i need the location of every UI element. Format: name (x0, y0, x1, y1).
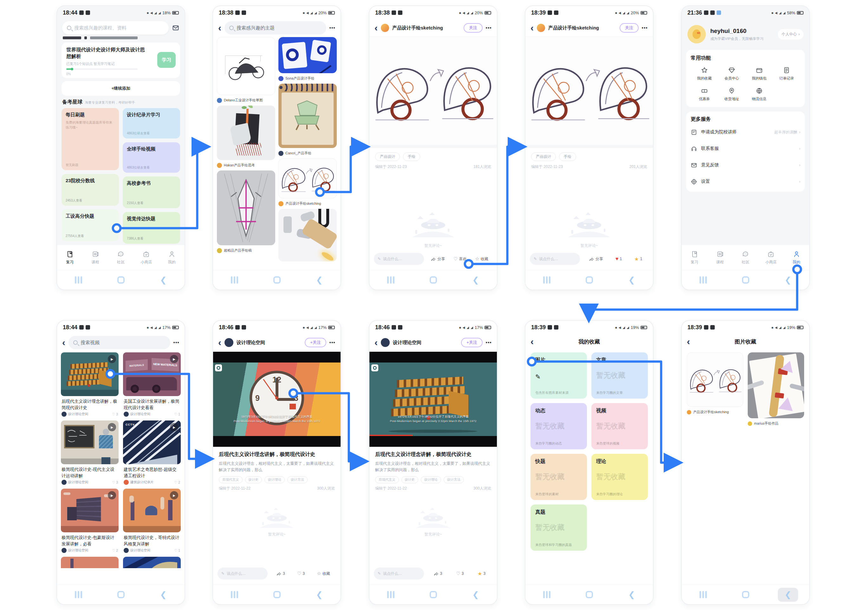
add-more-button[interactable]: +继续添加 (62, 81, 180, 96)
back-button[interactable]: ❮ (621, 588, 642, 602)
service-feedback[interactable]: 意见反馈› (691, 157, 800, 173)
video-thumbnail[interactable]: MATERIALS NEW MATERIALS ▶ (123, 352, 181, 396)
back-button[interactable]: ❮ (465, 588, 486, 602)
video-card[interactable]: ▶ 后现代主义设计理念讲解，极简现代设计史 设计理论空间♡3 (61, 352, 119, 417)
personal-center-button[interactable]: 个人中心› (778, 29, 803, 40)
home-button[interactable] (423, 273, 443, 287)
back-button[interactable]: ❮ (465, 273, 486, 287)
tab-courses[interactable]: 课程 (82, 245, 108, 270)
tab-review[interactable]: 复习 (682, 245, 707, 270)
share-button[interactable]: 分享 (589, 256, 603, 262)
back-button[interactable]: ❮ (309, 588, 330, 602)
follow-button[interactable]: 关注 (463, 23, 483, 33)
study-button[interactable]: 学习 (157, 52, 176, 68)
card-reference-books[interactable]: 高校参考书2150人查看 (123, 176, 180, 208)
video-card[interactable]: ▶ 极简现代设计史，哥特式设计风格复兴讲解 设计理论空间♡1 (123, 488, 181, 553)
tag[interactable]: 设计史 (402, 476, 419, 483)
favorite-button[interactable]: ☆收藏 (475, 256, 488, 262)
card-documentary[interactable]: 设计纪录片学习4863位研友查看 (123, 108, 180, 138)
video-thumbnail[interactable]: ▶ (123, 488, 181, 532)
search-input[interactable]: 搜索视频 (69, 336, 170, 349)
tab-mine[interactable]: 我的 (784, 245, 809, 270)
video-thumbnail[interactable]: CCTV-9 ▶ (123, 421, 181, 464)
back-button[interactable]: ❮ (153, 273, 174, 287)
favorite-image-item[interactable]: 产品设计手绘sketching (687, 352, 743, 415)
sketch-image[interactable] (525, 37, 653, 148)
result-label[interactable]: Delano工业设计手绘草图 (217, 97, 275, 103)
tag[interactable]: 后现代主义 (375, 476, 399, 483)
like-button[interactable]: ♡喜欢 (453, 256, 466, 262)
result-label[interactable]: 超精品产品手绘稿 (217, 248, 275, 254)
tab-shop[interactable]: 小商店 (758, 245, 784, 270)
heart-icon[interactable]: ♡ (112, 412, 115, 416)
card-score-lines[interactable]: 23院校分数线2453人查看 (62, 174, 119, 206)
video-card-partial[interactable] (123, 557, 181, 568)
home-button[interactable] (267, 588, 287, 602)
tag[interactable]: 手绘 (403, 153, 420, 161)
comment-input[interactable]: ✎说点什么… (218, 568, 268, 579)
follow-button[interactable]: +关注 (461, 338, 483, 347)
back-button[interactable]: ❮ (309, 273, 330, 287)
tab-mine[interactable]: 我的 (159, 245, 185, 270)
func-orders[interactable]: 订单记录 (773, 66, 800, 81)
more-icon[interactable]: ••• (642, 25, 648, 31)
func-coupons[interactable]: 优惠券 (691, 87, 718, 101)
heart-icon[interactable]: ♡ (174, 480, 177, 484)
home-button[interactable] (579, 588, 599, 602)
recents-button[interactable] (224, 273, 244, 287)
result-image-motorcycle[interactable] (217, 37, 275, 95)
heart-icon[interactable]: ♡ (112, 549, 115, 552)
home-button[interactable] (579, 273, 599, 287)
card-global-sketch-video[interactable]: 全球手绘视频4863位研友查看 (123, 142, 180, 173)
fav-category-images[interactable]: 图片 ✎ 包含所有图库素材来源 (531, 352, 587, 399)
like-button[interactable]: ♡3 (456, 571, 463, 576)
video-card[interactable]: MATERIALS NEW MATERIALS ▶ 美国工业设计发展讲解，极简现… (123, 352, 181, 417)
func-address[interactable]: 收货地址 (718, 87, 746, 101)
fav-category-exams[interactable]: 真题暂无收藏来自星球和学习圈的真题 (531, 505, 587, 551)
tab-shop[interactable]: 小商店 (134, 245, 159, 270)
tag[interactable]: 设计方法 (287, 476, 308, 483)
recents-button[interactable] (68, 273, 88, 287)
service-contact-support[interactable]: 联系客服› (691, 140, 800, 157)
user-avatar[interactable] (687, 25, 706, 43)
tab-review[interactable]: 复习 (57, 245, 82, 270)
video-player[interactable]: 1972年3月15日下午3时32分拉开了后现代主义的序幕Post-Moderni… (369, 352, 497, 447)
more-icon[interactable]: ••• (486, 340, 492, 345)
tag[interactable]: 产品设计 (375, 153, 400, 161)
card-industrial-sketch[interactable]: 工设高分快题27554人查看 (62, 210, 119, 241)
result-image-spotlights[interactable] (278, 209, 337, 261)
back-icon[interactable]: ‹ (62, 339, 65, 346)
fav-category-videos[interactable]: 视频暂无收藏来自星球的视频 (591, 403, 648, 449)
video-thumbnail[interactable]: ▶ (61, 352, 119, 396)
fav-category-posts[interactable]: 动态暂无收藏来自学习圈的动态 (531, 403, 587, 449)
back-button[interactable]: ❮ (778, 273, 798, 287)
result-image-hand-pencil[interactable] (217, 106, 275, 160)
func-member-center[interactable]: 会员中心 (718, 66, 746, 81)
tab-community[interactable]: 社区 (108, 245, 134, 270)
back-icon[interactable]: ‹ (687, 338, 690, 345)
recents-button[interactable] (693, 273, 713, 287)
home-button[interactable] (423, 588, 443, 602)
share-button[interactable]: 3 (276, 571, 285, 576)
follow-button[interactable]: +关注 (305, 338, 326, 347)
back-icon[interactable]: ‹ (218, 339, 221, 346)
service-settings[interactable]: 设置› (691, 173, 800, 190)
func-logistics[interactable]: 物流信息 (746, 87, 773, 101)
video-thumbnail[interactable]: ▶ (61, 421, 119, 464)
comment-input[interactable]: ✎说点什么… (530, 253, 580, 265)
favorite-button[interactable]: ★3 (478, 571, 486, 577)
fav-category-theory[interactable]: 理论暂无收藏来自学习圈的理论 (591, 454, 648, 500)
video-card[interactable]: CCTV-9 ▶ 建筑艺术之奇思妙想-超级交通工程设计 建筑设计纪录片♡2 (123, 421, 181, 485)
tab-community[interactable]: 社区 (733, 245, 758, 270)
home-button[interactable] (735, 273, 756, 287)
tag[interactable]: 设计史 (245, 476, 262, 483)
service-apply-lecturer[interactable]: 申请成为院校讲师超丰厚的课酬› (691, 124, 800, 140)
more-icon[interactable]: ••• (486, 25, 492, 31)
follow-button[interactable]: 关注 (619, 23, 639, 33)
tag[interactable]: 设计理论 (265, 476, 285, 483)
func-my-favorites[interactable]: 我的收藏 (691, 66, 718, 81)
sketch-image[interactable] (369, 37, 497, 148)
card-visual-comm[interactable]: 视觉传达快题7386人查看 (123, 212, 180, 243)
home-button[interactable] (735, 588, 756, 602)
result-image-chair[interactable] (278, 84, 337, 148)
